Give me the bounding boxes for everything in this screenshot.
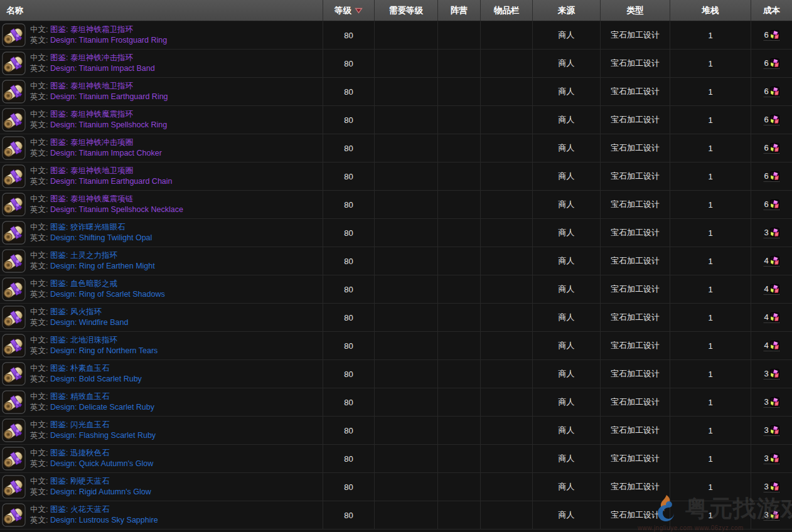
- item-link-cn[interactable]: 图鉴: 北地泪珠指环: [50, 336, 117, 344]
- name-line-cn: 中文: 图鉴: 精致血玉石: [30, 391, 154, 402]
- item-link-cn[interactable]: 图鉴: 泰坦神铁地卫项圈: [50, 166, 133, 175]
- cost-link[interactable]: 3: [764, 397, 779, 408]
- cost-link[interactable]: 6: [764, 171, 779, 182]
- item-link-en[interactable]: Design: Lustrous Sky Sapphire: [50, 516, 158, 524]
- design-scroll-icon[interactable]: [2, 334, 26, 358]
- column-header-level[interactable]: 等级: [323, 0, 375, 21]
- item-link-cn[interactable]: 图鉴: 泰坦神铁魔震项链: [50, 194, 133, 203]
- name-lines: 中文: 图鉴: 土灵之力指环 英文: Design: Ring of Earth…: [30, 250, 155, 272]
- column-header-cost[interactable]: 成本: [751, 0, 792, 21]
- design-scroll-icon[interactable]: [2, 164, 26, 188]
- name-line-en: 英文: Design: Titanium Impact Band: [30, 63, 155, 74]
- jewelcrafting-token-icon: [770, 228, 779, 237]
- column-header-source[interactable]: 来源: [533, 0, 601, 21]
- item-link-en[interactable]: Design: Quick Autumn's Glow: [50, 459, 153, 468]
- item-link-cn[interactable]: 图鉴: 风火指环: [50, 307, 102, 316]
- slot-cell: [481, 191, 533, 218]
- cost-cell: 3: [751, 501, 792, 529]
- cost-cell: 4: [751, 332, 792, 359]
- cost-link[interactable]: 4: [764, 341, 779, 351]
- item-link-en[interactable]: Design: Rigid Autumn's Glow: [50, 487, 151, 496]
- column-header-faction[interactable]: 阵营: [438, 0, 481, 21]
- cost-link[interactable]: 3: [764, 425, 779, 436]
- en-label: 英文:: [30, 431, 48, 440]
- item-link-en[interactable]: Design: Titanium Earthguard Ring: [50, 92, 168, 101]
- item-link-en[interactable]: Design: Bold Scarlet Ruby: [50, 375, 142, 383]
- cost-link[interactable]: 6: [764, 200, 779, 210]
- item-link-en[interactable]: Design: Flashing Scarlet Ruby: [50, 431, 156, 440]
- design-scroll-icon[interactable]: [2, 277, 26, 301]
- design-scroll-icon[interactable]: [2, 447, 26, 471]
- slot-cell: [481, 219, 533, 247]
- item-link-cn[interactable]: 图鉴: 血色暗影之戒: [50, 279, 117, 288]
- column-header-name[interactable]: 名称: [0, 0, 323, 21]
- design-scroll-icon[interactable]: [2, 503, 26, 527]
- design-scroll-icon[interactable]: [2, 475, 26, 499]
- item-link-en[interactable]: Design: Delicate Scarlet Ruby: [50, 403, 154, 412]
- name-cell: 中文: 图鉴: 狡诈曙光猫眼石 英文: Design: Shifting Twi…: [0, 219, 323, 247]
- slot-cell: [481, 473, 533, 501]
- item-link-en[interactable]: Design: Windfire Band: [50, 318, 128, 327]
- en-label: 英文:: [30, 516, 48, 524]
- item-link-cn[interactable]: 图鉴: 泰坦神铁地卫指环: [50, 82, 133, 90]
- item-link-en[interactable]: Design: Ring of Scarlet Shadows: [50, 290, 165, 299]
- slot-cell: [481, 360, 533, 388]
- cost-link[interactable]: 6: [764, 30, 779, 41]
- item-link-en[interactable]: Design: Ring of Earthen Might: [50, 262, 155, 270]
- req-level-cell: [375, 50, 438, 77]
- cost-link[interactable]: 4: [764, 256, 779, 267]
- item-link-cn[interactable]: 图鉴: 泰坦神铁魔震指环: [50, 110, 133, 119]
- item-link-cn[interactable]: 图鉴: 刚硬天蓝石: [50, 477, 109, 486]
- design-scroll-icon[interactable]: [2, 362, 26, 386]
- column-header-type[interactable]: 类型: [601, 0, 670, 21]
- table-row: 中文: 图鉴: 闪光血玉石 英文: Design: Flashing Scarl…: [0, 417, 792, 445]
- item-link-en[interactable]: Design: Titanium Spellshock Necklace: [50, 205, 183, 214]
- item-link-en[interactable]: Design: Ring of Northern Tears: [50, 346, 158, 355]
- cost-link[interactable]: 6: [764, 115, 779, 125]
- design-scroll-icon[interactable]: [2, 390, 26, 414]
- req-level-cell: [375, 191, 438, 218]
- design-scroll-icon[interactable]: [2, 80, 26, 104]
- design-scroll-icon[interactable]: [2, 193, 26, 216]
- cost-link[interactable]: 6: [764, 58, 779, 69]
- item-link-en[interactable]: Design: Titanium Impact Choker: [50, 149, 162, 157]
- design-scroll-icon[interactable]: [2, 306, 26, 329]
- cost-link[interactable]: 3: [764, 228, 779, 238]
- item-link-en[interactable]: Design: Titanium Frostguard Ring: [50, 36, 167, 45]
- item-link-cn[interactable]: 图鉴: 泰坦神铁霜卫指环: [50, 25, 133, 34]
- item-link-en[interactable]: Design: Titanium Impact Band: [50, 64, 155, 73]
- column-header-stack[interactable]: 堆栈: [670, 0, 751, 21]
- name-line-en: 英文: Design: Titanium Spellshock Ring: [30, 120, 167, 130]
- table-row: 中文: 图鉴: 风火指环 英文: Design: Windfire Band 8…: [0, 304, 792, 332]
- item-link-cn[interactable]: 图鉴: 火花天蓝石: [50, 505, 109, 514]
- design-scroll-icon[interactable]: [2, 418, 26, 442]
- design-scroll-icon[interactable]: [2, 108, 26, 132]
- cost-link[interactable]: 3: [764, 369, 779, 380]
- name-line-en: 英文: Design: Quick Autumn's Glow: [30, 459, 153, 469]
- item-link-cn[interactable]: 图鉴: 泰坦神铁冲击项圈: [50, 138, 133, 147]
- design-scroll-icon[interactable]: [2, 221, 26, 245]
- item-link-cn[interactable]: 图鉴: 闪光血玉石: [50, 420, 109, 429]
- column-header-req-level[interactable]: 需要等级: [375, 0, 438, 21]
- cost-link[interactable]: 6: [764, 143, 779, 154]
- item-link-cn[interactable]: 图鉴: 朴素血玉石: [50, 364, 109, 373]
- item-link-cn[interactable]: 图鉴: 狡诈曙光猫眼石: [50, 223, 125, 231]
- item-link-en[interactable]: Design: Titanium Earthguard Chain: [50, 177, 173, 186]
- cost-link[interactable]: 4: [764, 284, 779, 295]
- design-scroll-icon[interactable]: [2, 136, 26, 160]
- item-link-cn[interactable]: 图鉴: 土灵之力指环: [50, 251, 117, 260]
- item-link-cn[interactable]: 图鉴: 精致血玉石: [50, 392, 109, 401]
- item-link-cn[interactable]: 图鉴: 迅捷秋色石: [50, 449, 109, 457]
- item-link-en[interactable]: Design: Shifting Twilight Opal: [50, 233, 152, 242]
- cost-link[interactable]: 6: [764, 87, 779, 97]
- item-link-en[interactable]: Design: Titanium Spellshock Ring: [50, 120, 167, 129]
- design-scroll-icon[interactable]: [2, 51, 26, 75]
- item-link-cn[interactable]: 图鉴: 泰坦神铁冲击指环: [50, 53, 133, 62]
- design-scroll-icon[interactable]: [2, 249, 26, 273]
- cost-link[interactable]: 4: [764, 312, 779, 323]
- column-header-slot[interactable]: 物品栏: [481, 0, 533, 21]
- design-scroll-icon[interactable]: [2, 23, 26, 47]
- cost-link[interactable]: 3: [764, 510, 779, 521]
- cost-link[interactable]: 3: [764, 454, 779, 464]
- cost-link[interactable]: 3: [764, 482, 779, 492]
